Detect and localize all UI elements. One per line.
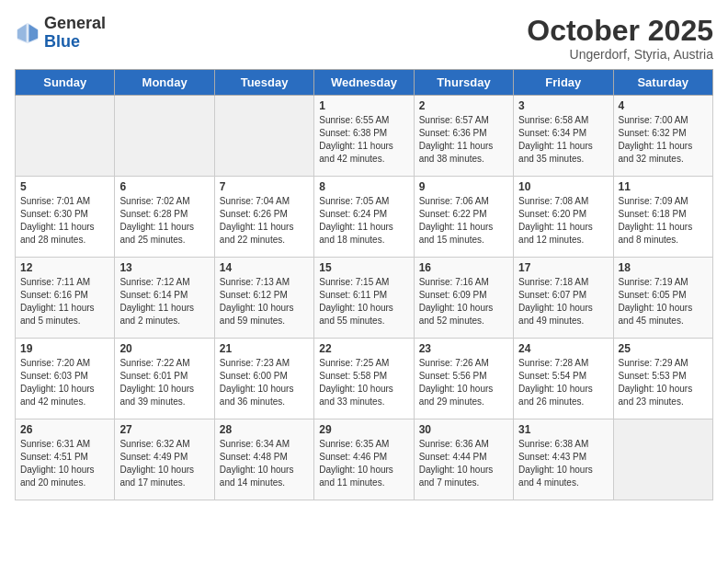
calendar-cell: 16Sunrise: 7:16 AM Sunset: 6:09 PM Dayli…	[414, 258, 513, 339]
calendar-cell: 11Sunrise: 7:09 AM Sunset: 6:18 PM Dayli…	[613, 177, 712, 258]
calendar-week-row: 19Sunrise: 7:20 AM Sunset: 6:03 PM Dayli…	[16, 339, 713, 419]
calendar-cell: 31Sunrise: 6:38 AM Sunset: 4:43 PM Dayli…	[514, 419, 613, 500]
day-info: Sunrise: 6:32 AM Sunset: 4:49 PM Dayligh…	[119, 438, 209, 489]
day-info: Sunrise: 7:12 AM Sunset: 6:14 PM Dayligh…	[119, 276, 209, 327]
day-info: Sunrise: 7:13 AM Sunset: 6:12 PM Dayligh…	[220, 276, 309, 327]
calendar-cell: 4Sunrise: 7:00 AM Sunset: 6:32 PM Daylig…	[613, 96, 712, 177]
calendar-cell: 6Sunrise: 7:02 AM Sunset: 6:28 PM Daylig…	[115, 177, 214, 258]
calendar-cell: 25Sunrise: 7:29 AM Sunset: 5:53 PM Dayli…	[613, 339, 712, 419]
day-number: 18	[619, 261, 708, 274]
calendar-cell: 21Sunrise: 7:23 AM Sunset: 6:00 PM Dayli…	[214, 339, 313, 419]
day-number: 20	[119, 342, 209, 355]
calendar-cell: 29Sunrise: 6:35 AM Sunset: 4:46 PM Dayli…	[314, 419, 414, 500]
calendar-cell: 22Sunrise: 7:25 AM Sunset: 5:58 PM Dayli…	[314, 339, 414, 419]
calendar-cell: 30Sunrise: 6:36 AM Sunset: 4:44 PM Dayli…	[414, 419, 513, 500]
day-number: 31	[518, 423, 608, 436]
day-number: 11	[619, 180, 708, 193]
day-number: 14	[220, 261, 309, 274]
day-info: Sunrise: 7:11 AM Sunset: 6:16 PM Dayligh…	[20, 276, 109, 327]
day-number: 17	[518, 261, 608, 274]
location-subtitle: Ungerdorf, Styria, Austria	[527, 47, 713, 62]
calendar-week-row: 12Sunrise: 7:11 AM Sunset: 6:16 PM Dayli…	[16, 258, 713, 339]
day-info: Sunrise: 7:00 AM Sunset: 6:32 PM Dayligh…	[619, 114, 708, 166]
day-info: Sunrise: 7:04 AM Sunset: 6:26 PM Dayligh…	[220, 195, 309, 247]
header-monday: Monday	[115, 70, 214, 96]
day-info: Sunrise: 6:36 AM Sunset: 4:44 PM Dayligh…	[419, 438, 508, 489]
day-info: Sunrise: 7:23 AM Sunset: 6:00 PM Dayligh…	[220, 357, 309, 408]
calendar-cell: 1Sunrise: 6:55 AM Sunset: 6:38 PM Daylig…	[314, 96, 414, 177]
title-block: October 2025 Ungerdorf, Styria, Austria	[527, 15, 713, 62]
day-info: Sunrise: 7:16 AM Sunset: 6:09 PM Dayligh…	[419, 276, 508, 327]
day-number: 3	[518, 99, 608, 112]
day-number: 8	[319, 180, 408, 193]
day-number: 16	[419, 261, 508, 274]
day-number: 28	[220, 423, 309, 436]
calendar-cell	[613, 419, 712, 500]
day-info: Sunrise: 7:09 AM Sunset: 6:18 PM Dayligh…	[619, 195, 708, 247]
day-info: Sunrise: 6:38 AM Sunset: 4:43 PM Dayligh…	[518, 438, 608, 489]
calendar-cell	[115, 96, 214, 177]
day-number: 26	[20, 423, 109, 436]
day-number: 4	[619, 99, 708, 112]
day-info: Sunrise: 7:22 AM Sunset: 6:01 PM Dayligh…	[119, 357, 209, 408]
calendar-cell: 5Sunrise: 7:01 AM Sunset: 6:30 PM Daylig…	[16, 177, 115, 258]
header-thursday: Thursday	[414, 70, 513, 96]
day-number: 2	[419, 99, 508, 112]
calendar-week-row: 5Sunrise: 7:01 AM Sunset: 6:30 PM Daylig…	[16, 177, 713, 258]
calendar-table: SundayMondayTuesdayWednesdayThursdayFrid…	[15, 69, 713, 500]
day-info: Sunrise: 6:58 AM Sunset: 6:34 PM Dayligh…	[518, 114, 608, 166]
calendar-cell: 8Sunrise: 7:05 AM Sunset: 6:24 PM Daylig…	[314, 177, 414, 258]
calendar-cell	[214, 96, 313, 177]
header-friday: Friday	[514, 70, 613, 96]
calendar-cell: 13Sunrise: 7:12 AM Sunset: 6:14 PM Dayli…	[115, 258, 214, 339]
day-info: Sunrise: 7:08 AM Sunset: 6:20 PM Dayligh…	[518, 195, 608, 247]
day-number: 23	[419, 342, 508, 355]
day-number: 29	[319, 423, 408, 436]
month-title: October 2025	[527, 15, 713, 47]
day-info: Sunrise: 7:18 AM Sunset: 6:07 PM Dayligh…	[518, 276, 608, 327]
day-number: 6	[119, 180, 209, 193]
day-number: 1	[319, 99, 408, 112]
day-info: Sunrise: 7:25 AM Sunset: 5:58 PM Dayligh…	[319, 357, 408, 408]
day-info: Sunrise: 7:05 AM Sunset: 6:24 PM Dayligh…	[319, 195, 408, 247]
calendar-cell: 2Sunrise: 6:57 AM Sunset: 6:36 PM Daylig…	[414, 96, 513, 177]
day-info: Sunrise: 7:19 AM Sunset: 6:05 PM Dayligh…	[619, 276, 708, 327]
calendar-cell: 17Sunrise: 7:18 AM Sunset: 6:07 PM Dayli…	[514, 258, 613, 339]
calendar-cell: 9Sunrise: 7:06 AM Sunset: 6:22 PM Daylig…	[414, 177, 513, 258]
calendar-cell: 24Sunrise: 7:28 AM Sunset: 5:54 PM Dayli…	[514, 339, 613, 419]
day-number: 30	[419, 423, 508, 436]
day-number: 27	[119, 423, 209, 436]
calendar-cell: 20Sunrise: 7:22 AM Sunset: 6:01 PM Dayli…	[115, 339, 214, 419]
day-info: Sunrise: 7:01 AM Sunset: 6:30 PM Dayligh…	[20, 195, 109, 247]
day-info: Sunrise: 7:15 AM Sunset: 6:11 PM Dayligh…	[319, 276, 408, 327]
header-tuesday: Tuesday	[214, 70, 313, 96]
day-number: 12	[20, 261, 109, 274]
day-info: Sunrise: 7:28 AM Sunset: 5:54 PM Dayligh…	[518, 357, 608, 408]
day-number: 15	[319, 261, 408, 274]
calendar-header-row: SundayMondayTuesdayWednesdayThursdayFrid…	[16, 70, 713, 96]
calendar-cell: 27Sunrise: 6:32 AM Sunset: 4:49 PM Dayli…	[115, 419, 214, 500]
day-info: Sunrise: 7:29 AM Sunset: 5:53 PM Dayligh…	[619, 357, 708, 408]
day-number: 10	[518, 180, 608, 193]
logo: General Blue	[15, 15, 106, 52]
calendar-cell: 14Sunrise: 7:13 AM Sunset: 6:12 PM Dayli…	[214, 258, 313, 339]
calendar-cell: 10Sunrise: 7:08 AM Sunset: 6:20 PM Dayli…	[514, 177, 613, 258]
calendar-cell: 15Sunrise: 7:15 AM Sunset: 6:11 PM Dayli…	[314, 258, 414, 339]
day-info: Sunrise: 7:06 AM Sunset: 6:22 PM Dayligh…	[419, 195, 508, 247]
calendar-cell: 12Sunrise: 7:11 AM Sunset: 6:16 PM Dayli…	[16, 258, 115, 339]
page-header: General Blue October 2025 Ungerdorf, Sty…	[15, 15, 713, 62]
logo-icon	[15, 20, 40, 46]
day-info: Sunrise: 6:57 AM Sunset: 6:36 PM Dayligh…	[419, 114, 508, 166]
day-number: 25	[619, 342, 708, 355]
calendar-cell: 19Sunrise: 7:20 AM Sunset: 6:03 PM Dayli…	[16, 339, 115, 419]
day-number: 21	[220, 342, 309, 355]
day-number: 9	[419, 180, 508, 193]
day-info: Sunrise: 7:02 AM Sunset: 6:28 PM Dayligh…	[119, 195, 209, 247]
calendar-cell: 23Sunrise: 7:26 AM Sunset: 5:56 PM Dayli…	[414, 339, 513, 419]
calendar-cell: 28Sunrise: 6:34 AM Sunset: 4:48 PM Dayli…	[214, 419, 313, 500]
day-number: 13	[119, 261, 209, 274]
calendar-cell: 26Sunrise: 6:31 AM Sunset: 4:51 PM Dayli…	[16, 419, 115, 500]
day-info: Sunrise: 7:20 AM Sunset: 6:03 PM Dayligh…	[20, 357, 109, 408]
calendar-cell: 18Sunrise: 7:19 AM Sunset: 6:05 PM Dayli…	[613, 258, 712, 339]
header-saturday: Saturday	[613, 70, 712, 96]
